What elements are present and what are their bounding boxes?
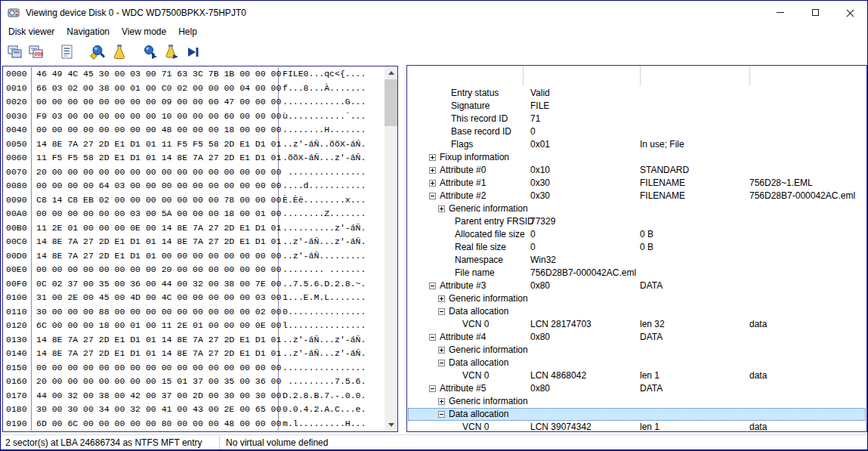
hex-ascii[interactable]: ........H....... — [279, 123, 366, 137]
hex-bytes[interactable]: 11 2E 01 00 00 00 0E 00 14 8E 7A 27 2D E… — [32, 221, 279, 236]
expand-icon[interactable] — [438, 347, 445, 354]
scroll-up-button[interactable] — [385, 66, 397, 79]
detail-row[interactable]: VCN 0LCN 39074342len 1data — [408, 421, 866, 432]
hex-row[interactable]: 017044 00 32 00 38 00 42 00 37 00 2D 00 … — [3, 389, 385, 403]
expand-icon[interactable] — [429, 167, 436, 174]
detail-row[interactable]: Attribute #50x80DATA — [408, 382, 866, 395]
hex-bytes[interactable]: F9 03 00 00 00 00 00 00 10 00 00 00 60 0… — [32, 110, 279, 124]
menu-view-mode[interactable]: View mode — [116, 24, 172, 39]
hex-bytes[interactable]: 44 00 32 00 38 00 42 00 37 00 2D 00 30 0… — [32, 389, 279, 403]
detail-row[interactable]: Attribute #00x10STANDARD — [408, 164, 866, 177]
hex-bytes[interactable]: 11 F5 F5 58 2D E1 D1 01 14 8E 7A 27 2D E… — [32, 151, 279, 165]
close-button[interactable] — [832, 1, 867, 24]
hex-ascii[interactable]: ........Z....... — [279, 207, 366, 221]
hex-bytes[interactable]: 31 00 2E 00 45 00 4D 00 4C 00 00 00 00 0… — [32, 291, 279, 305]
detail-row[interactable]: Data allocation — [408, 305, 866, 318]
detail-row[interactable]: Attribute #40x80DATA — [408, 331, 866, 344]
scrollbar-thumb[interactable] — [385, 79, 397, 126]
hex-row[interactable]: 013014 8E 7A 27 2D E1 D1 01 14 8E 7A 27 … — [3, 333, 385, 348]
search-begin-button[interactable] — [88, 42, 109, 62]
hex-ascii[interactable]: f...8...À....... — [279, 82, 366, 96]
hex-bytes[interactable]: C8 14 C8 EB 02 00 00 00 00 00 00 00 78 0… — [32, 193, 279, 208]
hex-row[interactable]: 016020 00 00 00 00 00 00 00 15 01 37 00 … — [3, 375, 385, 389]
hex-ascii[interactable]: ..z'-áÑ......... — [279, 249, 366, 264]
detail-row[interactable]: File name756D28B7-000042AC.eml — [408, 267, 866, 280]
expand-icon[interactable] — [438, 205, 445, 212]
hex-ascii[interactable]: ............... — [279, 165, 366, 180]
hex-ascii[interactable]: 1...E.M.L....... — [279, 291, 366, 305]
fill-next-button[interactable] — [161, 42, 182, 62]
hex-ascii[interactable]: ..7.5.6.D.2.8.~. — [279, 277, 366, 292]
hex-row[interactable]: 011030 00 00 00 88 00 00 00 00 00 00 00 … — [3, 305, 385, 320]
hex-row[interactable]: 00F00C 02 37 00 35 00 36 00 44 00 32 00 … — [3, 277, 385, 292]
menu-navigation[interactable]: Navigation — [60, 24, 116, 39]
collapse-icon[interactable] — [438, 411, 445, 418]
open-device-button[interactable] — [5, 42, 26, 62]
hex-bytes[interactable]: 66 03 02 00 38 00 01 00 C0 02 00 00 00 0… — [32, 82, 279, 96]
hex-bytes[interactable]: 00 00 00 00 00 00 00 00 20 00 00 00 00 0… — [32, 263, 279, 277]
hex-ascii[interactable]: .õõX-áÑ...z'-áÑ. — [279, 151, 366, 165]
hex-bytes[interactable]: 00 00 00 00 00 00 00 00 48 00 00 00 18 0… — [32, 123, 279, 137]
detail-row[interactable]: Real file size00 B — [408, 241, 866, 254]
hex-ascii[interactable]: 0.0.4.2.A.C...e. — [279, 403, 366, 417]
hex-row[interactable]: 01206C 00 00 00 18 00 01 00 11 2E 01 00 … — [3, 319, 385, 333]
hex-ascii[interactable]: ..........z'-áÑ. — [279, 221, 366, 236]
detail-row[interactable]: Generic information — [408, 395, 866, 408]
detail-row[interactable]: Generic information — [408, 202, 866, 215]
hex-ascii[interactable]: ........ ....... — [279, 263, 366, 277]
hex-ascii[interactable]: È.Èë........x... — [279, 193, 366, 208]
detail-row[interactable]: Generic information — [408, 292, 866, 305]
hex-ascii[interactable]: ................ — [279, 361, 366, 375]
hex-ascii[interactable]: l............... — [279, 319, 366, 333]
detail-row[interactable]: Fixup information — [408, 151, 866, 164]
collapse-icon[interactable] — [429, 385, 436, 392]
collapse-icon[interactable] — [438, 360, 445, 366]
maximize-button[interactable] — [798, 1, 832, 24]
hex-ascii[interactable]: ..z'-áÑ...z'-áÑ. — [279, 235, 366, 249]
continue-button[interactable] — [182, 42, 203, 62]
hex-scrollbar[interactable] — [385, 66, 397, 431]
hex-bytes[interactable]: 14 8E 7A 27 2D E1 D1 01 14 8E 7A 27 2D E… — [32, 333, 279, 348]
hex-row[interactable]: 008000 00 00 00 64 03 00 00 00 00 00 00 … — [3, 179, 385, 193]
hex-row[interactable]: 00E000 00 00 00 00 00 00 00 20 00 00 00 … — [3, 263, 385, 277]
collapse-icon[interactable] — [438, 308, 445, 315]
hex-ascii[interactable]: ....d........... — [279, 179, 366, 193]
minimize-button[interactable] — [763, 1, 798, 24]
menu-help[interactable]: Help — [172, 24, 203, 39]
hex-row[interactable]: 015000 00 00 00 00 00 00 00 00 00 00 00 … — [3, 361, 385, 375]
hex-view-panel[interactable]: 000046 49 4C 45 30 00 03 00 71 63 3C 7B … — [2, 66, 398, 432]
detail-row[interactable]: VCN 0LCN 28174703len 32data — [408, 318, 866, 331]
hex-ascii[interactable]: D.2.8.B.7.-.0.0. — [279, 389, 366, 403]
expand-icon[interactable] — [429, 180, 436, 187]
hex-row[interactable]: 006011 F5 F5 58 2D E1 D1 01 14 8E 7A 27 … — [3, 151, 385, 165]
hex-ascii[interactable]: FILE0...qc<{.... — [279, 67, 366, 82]
hex-row[interactable]: 002000 00 00 00 00 00 00 00 09 00 00 00 … — [3, 95, 385, 110]
detail-row[interactable]: Entry statusValid — [408, 87, 866, 100]
hex-row[interactable]: 001066 03 02 00 38 00 01 00 C0 02 00 00 … — [3, 82, 385, 96]
scroll-down-button[interactable] — [385, 419, 397, 431]
hex-ascii[interactable]: ..z'-áÑ...z'-áÑ. — [279, 333, 366, 348]
hex-bytes[interactable]: 14 8E 7A 27 2D E1 D1 01 14 8E 7A 27 2D E… — [32, 235, 279, 249]
hex-ascii[interactable]: ..z'-áÑ...z'-áÑ. — [279, 347, 366, 361]
hex-bytes[interactable]: 14 8E 7A 27 2D E1 D1 01 00 00 00 00 00 0… — [32, 249, 279, 264]
hex-bytes[interactable]: 14 8E 7A 27 2D E1 D1 01 11 F5 F5 58 2D E… — [32, 137, 279, 152]
hex-row[interactable]: 005014 8E 7A 27 2D E1 D1 01 11 F5 F5 58 … — [3, 137, 385, 152]
hex-row[interactable]: 007020 00 00 00 00 00 00 00 00 00 00 00 … — [3, 165, 385, 180]
hex-bytes[interactable]: 00 00 00 00 00 00 03 00 5A 00 00 00 18 0… — [32, 207, 279, 221]
detail-row[interactable]: Data allocation — [408, 357, 866, 369]
hex-bytes[interactable]: 6C 00 00 00 18 00 01 00 11 2E 01 00 00 0… — [32, 319, 279, 333]
hex-bytes[interactable]: 00 00 00 00 00 00 00 00 09 00 00 00 47 0… — [32, 95, 279, 110]
hex-row[interactable]: 004000 00 00 00 00 00 00 00 48 00 00 00 … — [3, 123, 385, 137]
detail-row[interactable]: VCN 0LCN 4868042len 1data — [408, 369, 866, 382]
hex-row[interactable]: 00D014 8E 7A 27 2D E1 D1 01 00 00 00 00 … — [3, 249, 385, 264]
fill-button[interactable] — [109, 42, 130, 62]
detail-row[interactable]: SignatureFILE — [408, 100, 866, 113]
detail-row[interactable]: Allocated file size00 B — [408, 228, 866, 241]
detail-row[interactable]: Attribute #30x80DATA — [408, 280, 866, 292]
hex-row[interactable]: 018030 00 30 00 34 00 32 00 41 00 43 00 … — [3, 403, 385, 417]
hex-row[interactable]: 00A000 00 00 00 00 00 03 00 5A 00 00 00 … — [3, 207, 385, 221]
hex-row[interactable]: 00B011 2E 01 00 00 00 0E 00 14 8E 7A 27 … — [3, 221, 385, 236]
detail-row[interactable]: Attribute #20x30FILENAME756D28B7-000042A… — [408, 190, 866, 202]
hex-bytes[interactable]: 14 8E 7A 27 2D E1 D1 01 14 8E 7A 27 2D E… — [32, 347, 279, 361]
detail-row[interactable]: Parent entry FRSID77329 — [408, 215, 866, 228]
